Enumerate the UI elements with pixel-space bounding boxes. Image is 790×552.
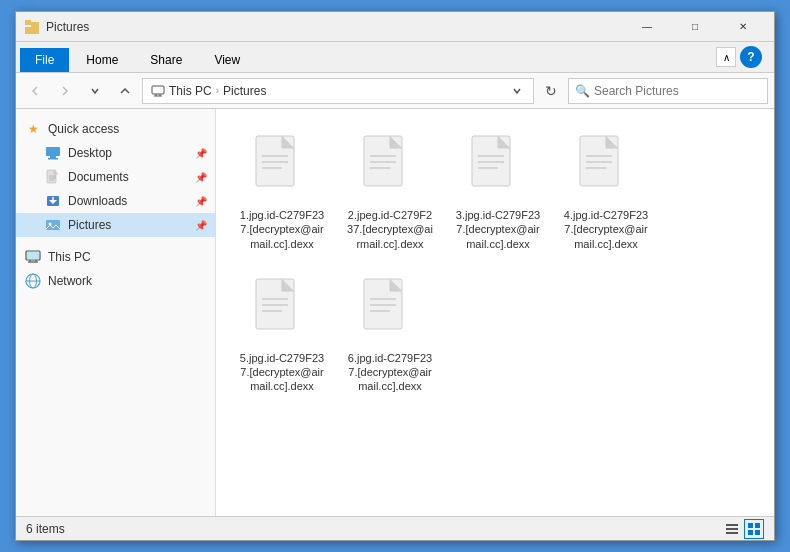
- sidebar-item-desktop[interactable]: Desktop 📌: [16, 141, 215, 165]
- file-name: 2.jpeg.id-C279F2 37.[decryptex@ai rmail.…: [345, 208, 435, 251]
- file-icon: [360, 134, 420, 204]
- pin-icon-docs: 📌: [195, 172, 207, 183]
- file-area: 1.jpg.id-C279F23 7.[decryptex@air mail.c…: [216, 109, 774, 516]
- path-this-pc: This PC: [169, 84, 212, 98]
- file-icon: [360, 277, 420, 347]
- pictures-label: Pictures: [68, 218, 191, 232]
- help-button[interactable]: ?: [740, 46, 762, 68]
- file-name: 4.jpg.id-C279F23 7.[decryptex@air mail.c…: [561, 208, 651, 251]
- documents-icon: [44, 168, 62, 186]
- sidebar-item-documents[interactable]: Documents 📌: [16, 165, 215, 189]
- tab-home[interactable]: Home: [71, 48, 133, 72]
- documents-label: Documents: [68, 170, 191, 184]
- downloads-label: Downloads: [68, 194, 191, 208]
- pin-icon-pics: 📌: [195, 220, 207, 231]
- sidebar-item-pictures[interactable]: Pictures 📌: [16, 213, 215, 237]
- search-input[interactable]: [594, 84, 761, 98]
- file-icon: [252, 134, 312, 204]
- window-controls: — □ ✕: [624, 12, 766, 42]
- svg-rect-59: [726, 528, 738, 530]
- ribbon: File Home Share View ∧ ?: [16, 42, 774, 73]
- window-icon: [24, 19, 40, 35]
- network-icon: [24, 272, 42, 290]
- svg-rect-8: [50, 156, 56, 158]
- sidebar-item-downloads[interactable]: Downloads 📌: [16, 189, 215, 213]
- tab-view[interactable]: View: [199, 48, 255, 72]
- minimize-button[interactable]: —: [624, 12, 670, 42]
- desktop-label: Desktop: [68, 146, 191, 160]
- ribbon-tab-bar: File Home Share View ∧ ?: [16, 42, 774, 72]
- this-pc-icon: [24, 248, 42, 266]
- svg-rect-63: [748, 530, 753, 535]
- ribbon-collapse-button[interactable]: ∧: [716, 47, 736, 67]
- status-bar: 6 items: [16, 516, 774, 540]
- network-label: Network: [48, 274, 207, 288]
- svg-rect-3: [152, 86, 164, 94]
- path-dropdown-button[interactable]: [82, 78, 108, 104]
- path-pictures: Pictures: [223, 84, 266, 98]
- file-item[interactable]: 1.jpg.id-C279F23 7.[decryptex@air mail.c…: [232, 125, 332, 260]
- svg-rect-24: [27, 252, 39, 259]
- window-title: Pictures: [46, 20, 624, 34]
- this-pc-label: This PC: [48, 250, 207, 264]
- grid-view-button[interactable]: [744, 519, 764, 539]
- address-path[interactable]: This PC › Pictures: [142, 78, 534, 104]
- svg-rect-60: [726, 532, 738, 534]
- path-sep-1: ›: [216, 85, 219, 96]
- file-name: 5.jpg.id-C279F23 7.[decryptex@air mail.c…: [237, 351, 327, 394]
- list-view-button[interactable]: [722, 519, 742, 539]
- path-dropdown-icon[interactable]: [509, 78, 525, 104]
- sidebar-quick-access-label: Quick access: [48, 122, 207, 136]
- star-icon: ★: [24, 120, 42, 138]
- sidebar-item-network[interactable]: Network: [16, 269, 215, 293]
- pin-icon-down: 📌: [195, 196, 207, 207]
- sidebar-item-this-pc[interactable]: This PC: [16, 245, 215, 269]
- svg-rect-9: [48, 158, 58, 160]
- file-item[interactable]: 2.jpeg.id-C279F2 37.[decryptex@ai rmail.…: [340, 125, 440, 260]
- file-icon: [468, 134, 528, 204]
- file-icon: [252, 277, 312, 347]
- sidebar-quick-access-header: ★ Quick access: [16, 117, 215, 141]
- search-icon: 🔍: [575, 84, 590, 98]
- tab-file[interactable]: File: [20, 48, 69, 72]
- svg-rect-2: [31, 22, 39, 27]
- view-icons: [722, 519, 764, 539]
- up-button[interactable]: [112, 78, 138, 104]
- computer-icon: [151, 84, 165, 98]
- sidebar: ★ Quick access Desktop 📌: [16, 109, 216, 516]
- refresh-button[interactable]: ↻: [538, 78, 564, 104]
- file-icon: [576, 134, 636, 204]
- downloads-icon: [44, 192, 62, 210]
- maximize-button[interactable]: □: [672, 12, 718, 42]
- pictures-icon: [44, 216, 62, 234]
- pin-icon: 📌: [195, 148, 207, 159]
- svg-rect-0: [25, 20, 31, 25]
- file-explorer-window: Pictures — □ ✕ File Home Share View ∧ ?: [15, 11, 775, 541]
- file-item[interactable]: 4.jpg.id-C279F23 7.[decryptex@air mail.c…: [556, 125, 656, 260]
- search-box: 🔍: [568, 78, 768, 104]
- svg-rect-64: [755, 530, 760, 535]
- forward-button[interactable]: [52, 78, 78, 104]
- file-item[interactable]: 5.jpg.id-C279F23 7.[decryptex@air mail.c…: [232, 268, 332, 403]
- tab-share[interactable]: Share: [135, 48, 197, 72]
- title-bar: Pictures — □ ✕: [16, 12, 774, 42]
- ribbon-chevron-area: ∧ ?: [716, 46, 770, 72]
- file-item[interactable]: 3.jpg.id-C279F23 7.[decryptex@air mail.c…: [448, 125, 548, 260]
- item-count: 6 items: [26, 522, 65, 536]
- svg-rect-61: [748, 523, 753, 528]
- svg-rect-62: [755, 523, 760, 528]
- address-bar: This PC › Pictures ↻ 🔍: [16, 73, 774, 109]
- file-name: 1.jpg.id-C279F23 7.[decryptex@air mail.c…: [237, 208, 327, 251]
- desktop-icon: [44, 144, 62, 162]
- close-button[interactable]: ✕: [720, 12, 766, 42]
- file-name: 3.jpg.id-C279F23 7.[decryptex@air mail.c…: [453, 208, 543, 251]
- file-item[interactable]: 6.jpg.id-C279F23 7.[decryptex@air mail.c…: [340, 268, 440, 403]
- svg-rect-58: [726, 524, 738, 526]
- svg-rect-1: [25, 27, 39, 34]
- back-button[interactable]: [22, 78, 48, 104]
- file-name: 6.jpg.id-C279F23 7.[decryptex@air mail.c…: [345, 351, 435, 394]
- svg-rect-7: [46, 147, 60, 156]
- main-content: ★ Quick access Desktop 📌: [16, 109, 774, 516]
